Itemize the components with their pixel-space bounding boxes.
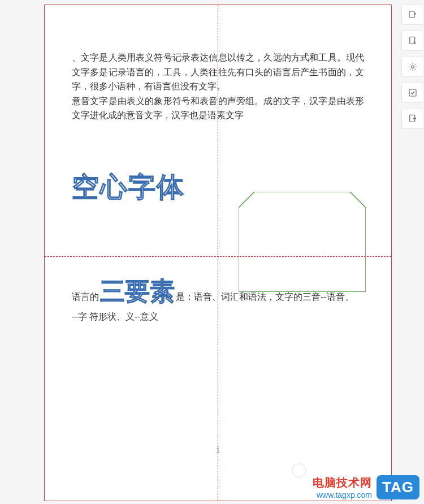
tool-export-button[interactable] — [401, 109, 423, 129]
watermark-line1: 电脑技术网 — [313, 475, 372, 490]
tool-export-icon — [408, 114, 418, 124]
svg-rect-1 — [409, 37, 414, 44]
tool-add-button[interactable] — [401, 5, 423, 25]
line2-prefix: 语言的 — [72, 289, 99, 305]
line-2-wrap: 语言的 三要素 是：语音、词汇和语法，文字的三音--语音、 --字 符形状、义-… — [72, 279, 364, 325]
tool-edit-icon — [408, 36, 418, 46]
tool-settings-icon — [408, 62, 418, 72]
watermark: 电脑技术网 www.tagxp.com TAG — [313, 475, 419, 499]
svg-point-2 — [411, 66, 414, 68]
tool-check-icon — [408, 88, 418, 98]
watermark-text: 电脑技术网 www.tagxp.com — [313, 475, 372, 499]
outlined-text-1: 空心字体 — [72, 169, 185, 205]
page-number: 1 — [216, 446, 220, 455]
paragraph-1: 、文字是人类用表义符号记录表达信息以传之，久远的方式和工具。现代文字多是记录语言… — [72, 50, 364, 94]
svg-rect-0 — [409, 11, 414, 18]
paragraph-2: 意音文字是由表义的象形符号和表音的声旁组。成的文字，汉字是由表形文字进化成的意音… — [72, 94, 364, 123]
tool-settings-button[interactable] — [401, 57, 423, 77]
tool-add-icon — [408, 10, 418, 20]
green-shape — [239, 192, 366, 292]
workspace: 、文字是人类用表义符号记录表达信息以传之，久远的方式和工具。现代文字多是记录语言… — [0, 0, 424, 504]
faint-logo-circle — [292, 463, 306, 478]
line2-suffix: 是：语音、词汇和语法，文字的三音--语音、 — [176, 289, 354, 305]
tool-check-button[interactable] — [401, 83, 423, 103]
right-toolbar — [401, 5, 424, 129]
outlined-text-2: 三要素 — [100, 279, 175, 304]
tag-badge: TAG — [377, 475, 419, 499]
document-page: 、文字是人类用表义符号记录表达信息以传之，久远的方式和工具。现代文字多是记录语言… — [44, 5, 392, 501]
watermark-line2: www.tagxp.com — [317, 490, 372, 499]
content-area: 、文字是人类用表义符号记录表达信息以传之，久远的方式和工具。现代文字多是记录语言… — [72, 50, 364, 123]
line3-text: --字 符形状、义--意义 — [72, 309, 364, 325]
tool-edit-button[interactable] — [401, 31, 423, 51]
svg-rect-3 — [409, 89, 416, 96]
